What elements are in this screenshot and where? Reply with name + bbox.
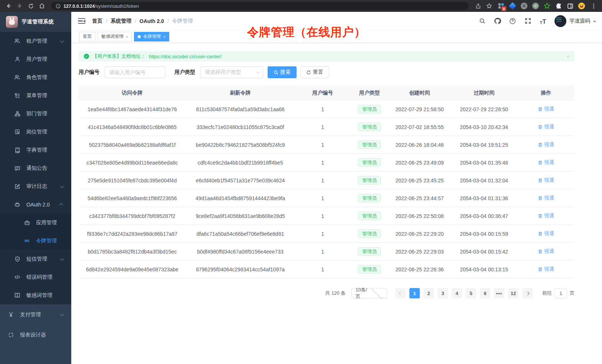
tab-首页[interactable]: 首页 (79, 32, 95, 42)
tab-label: 敏感词管理 (101, 33, 124, 40)
font-size-icon[interactable]: TT (539, 17, 547, 25)
star-extension-icon[interactable] (544, 3, 550, 9)
sidebar-item-report-designer[interactable]: 报表设计器 (0, 325, 71, 345)
page-button-3[interactable]: 3 (438, 288, 448, 298)
alert-close-icon[interactable]: × (566, 54, 569, 59)
force-logout-button[interactable]: 强退 (538, 159, 554, 166)
sidebar-item-error-code-management[interactable]: 错误码管理 (0, 268, 71, 286)
alert-text: 【用户体系】文档地址： (92, 53, 145, 60)
tab-close-icon[interactable]: × (126, 34, 128, 39)
sidebar-item-oauth2[interactable]: OAuth 2.0 (0, 195, 71, 214)
browser-home-icon[interactable] (37, 1, 47, 10)
search-icon[interactable] (478, 17, 486, 25)
action-cell: 强退 (517, 266, 575, 273)
sidebar-item-dictionary-management[interactable]: 字典管理 (0, 141, 71, 159)
app-logo-row[interactable]: 芋道管理系统 (0, 12, 71, 32)
create-time-cell: 2022-06-25 22:26:36 (389, 267, 451, 272)
page-button-2[interactable]: 2 (423, 288, 434, 298)
username: 芋道源码 (569, 18, 590, 24)
emoji-extension-icon[interactable] (578, 3, 585, 9)
tab-令牌管理[interactable]: 令牌管理× (134, 32, 169, 42)
table-row: c342377bf8b344799dcbf7bf095287f29ce8ef2a… (79, 207, 575, 225)
force-logout-icon (538, 125, 543, 129)
user-id-input[interactable] (104, 66, 166, 78)
browser-address-bar[interactable]: 127.0.0.1:1024/system/oauth2/token (51, 2, 469, 10)
page-button-4[interactable]: 4 (452, 288, 462, 298)
site-info-icon[interactable] (56, 4, 60, 9)
browser-forward-icon[interactable] (15, 1, 24, 10)
breadcrumb-item[interactable]: 首页 (92, 18, 102, 24)
user-id-cell: 1 (295, 249, 350, 255)
sidepanel-extension-icon[interactable] (567, 3, 573, 9)
doc-link[interactable]: https://doc.iocoder.cn/user-center/ (149, 54, 222, 59)
breadcrumb-separator: / (106, 18, 107, 24)
puzzle-extension-icon[interactable] (555, 3, 562, 9)
sidebar-item-tenant-management[interactable]: 租户管理 (0, 32, 71, 50)
page-button-6[interactable]: 6 (480, 288, 490, 298)
sidebar-item-label: 审计日志 (26, 183, 47, 190)
sidebar-item-menu-management[interactable]: 菜单管理 (0, 86, 71, 105)
force-logout-button[interactable]: 强退 (538, 123, 554, 130)
tab-敏感词管理[interactable]: 敏感词管理× (98, 32, 132, 42)
page-button-5[interactable]: 5 (466, 288, 476, 298)
browser-back-icon[interactable] (4, 1, 13, 10)
sidebar-item-sms-management[interactable]: 短信管理 (0, 250, 71, 268)
breadcrumb-item[interactable]: 系统管理 (111, 18, 131, 24)
gem-extension-icon[interactable] (509, 3, 516, 9)
browser-menu-icon[interactable] (589, 1, 598, 10)
force-logout-button[interactable]: 强退 (538, 230, 554, 237)
sidebar-item-department-management[interactable]: 部门管理 (0, 105, 71, 123)
sidebar-item-user-management[interactable]: 用户管理 (0, 50, 71, 68)
tab-close-icon[interactable]: × (163, 34, 165, 39)
github-icon[interactable] (494, 17, 501, 25)
search-button[interactable]: 搜索 (268, 66, 297, 78)
user-icon (14, 56, 20, 62)
sidebar-item-role-management[interactable]: 角色管理 (0, 68, 71, 86)
sidebar-collapse-icon[interactable] (78, 18, 85, 24)
prev-page-button[interactable] (395, 288, 406, 298)
help-icon[interactable] (509, 17, 516, 25)
sidebar-item-audit-log[interactable]: 审计日志 (0, 177, 71, 195)
access-token-cell: 1ea5e44f8bc1467aaede43144f31de76 (79, 106, 186, 112)
force-logout-button[interactable]: 强退 (538, 177, 554, 183)
command-extension-icon[interactable]: ⌘ (521, 3, 527, 9)
sms-icon (14, 256, 20, 262)
sidebar-item-label: 短信管理 (26, 256, 47, 262)
user-type-tag: 管理员 (358, 247, 381, 256)
force-logout-button[interactable]: 强退 (538, 141, 554, 148)
goto-page-input[interactable] (554, 288, 567, 298)
sidebar-item-application-management[interactable]: 应用管理 (0, 214, 71, 232)
sidebar-item-payment-management[interactable]: 支付管理 (0, 304, 71, 325)
force-logout-button[interactable]: 强退 (538, 195, 554, 201)
next-page-button[interactable] (522, 288, 533, 298)
force-logout-button[interactable]: 强退 (538, 106, 554, 112)
action-cell: 强退 (517, 123, 575, 130)
force-logout-icon (538, 142, 543, 147)
reset-button[interactable]: 重置 (300, 66, 329, 78)
user-type-select[interactable]: 请选择用户类型 (200, 66, 263, 78)
sidebar-item-notice-announcement[interactable]: 通知公告 (0, 159, 71, 177)
share-icon[interactable] (473, 1, 483, 10)
recorder-extension-icon[interactable] (532, 3, 539, 9)
extensions-icon[interactable]: 9 (498, 3, 504, 9)
force-logout-icon (538, 267, 543, 272)
force-logout-button[interactable]: 强退 (538, 266, 554, 272)
page-button-1[interactable]: 1 (409, 288, 420, 298)
browser-reload-icon[interactable] (26, 1, 36, 10)
app-logo (6, 16, 18, 28)
department-icon (14, 110, 20, 117)
force-logout-button[interactable]: 强退 (538, 248, 554, 255)
fullscreen-icon[interactable] (524, 17, 531, 25)
sidebar-item-post-management[interactable]: 岗位管理 (0, 123, 71, 141)
action-cell: 强退 (517, 195, 575, 202)
user-menu[interactable]: 芋道源码 (554, 15, 596, 27)
sidebar-item-token-management[interactable]: 令牌管理 (0, 232, 71, 250)
force-logout-button[interactable]: 强退 (538, 212, 554, 219)
page-ellipsis[interactable]: ••• (494, 288, 504, 298)
page-button-12[interactable]: 12 (508, 288, 518, 298)
sidebar-item-sensitive-word-management[interactable]: 敏感词管理 (0, 286, 71, 304)
page-size-select[interactable]: 10条/页 (351, 288, 387, 298)
breadcrumb-item[interactable]: OAuth 2.0 (140, 18, 164, 24)
action-cell: 强退 (517, 106, 575, 113)
bookmark-star-icon[interactable] (484, 1, 494, 10)
